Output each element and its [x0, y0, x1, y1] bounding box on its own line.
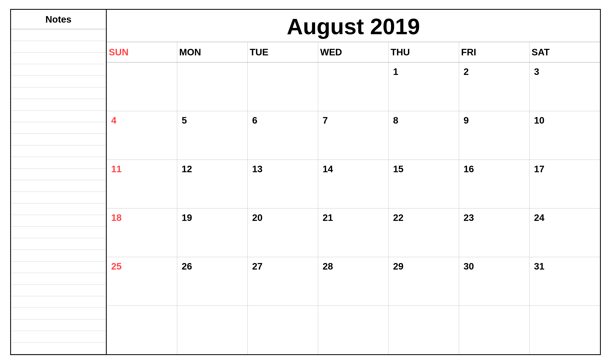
calendar-day-cell[interactable]: 10 [530, 111, 600, 160]
notes-line[interactable] [11, 238, 106, 250]
calendar-day-cell[interactable] [177, 63, 248, 111]
calendar-day-cell[interactable]: 17 [530, 160, 600, 208]
calendar-day-cell[interactable] [318, 63, 389, 111]
notes-line[interactable] [11, 296, 106, 308]
calendar-week-row: 45678910 [107, 111, 600, 160]
notes-title: Notes [45, 14, 71, 25]
notes-line[interactable] [11, 273, 106, 285]
notes-line[interactable] [11, 76, 106, 87]
notes-line[interactable] [11, 250, 106, 261]
notes-line[interactable] [11, 52, 106, 64]
calendar-day-cell[interactable]: 19 [177, 208, 248, 257]
notes-line[interactable] [11, 261, 106, 273]
calendar-day-cell[interactable]: 3 [530, 63, 600, 111]
calendar-week-row: 18192021222324 [107, 208, 600, 257]
day-of-week-header: SAT [530, 42, 600, 62]
notes-line[interactable] [11, 41, 106, 52]
notes-line[interactable] [11, 145, 106, 157]
calendar-day-cell[interactable] [248, 63, 318, 111]
notes-line[interactable] [11, 285, 106, 296]
calendar-day-cell[interactable]: 2 [459, 63, 530, 111]
calendar-day-cell[interactable]: 12 [177, 160, 248, 208]
notes-lines[interactable] [11, 29, 106, 354]
calendar-section: August 2019 SUNMONTUEWEDTHUFRISAT 123456… [107, 10, 600, 354]
notes-line[interactable] [11, 169, 106, 180]
calendar-day-cell[interactable]: 20 [248, 208, 318, 257]
notes-line[interactable] [11, 111, 106, 122]
calendar-grid: 1234567891011121314151617181920212223242… [107, 63, 600, 354]
calendar-day-cell[interactable] [459, 306, 530, 354]
day-of-week-header: TUE [248, 42, 318, 62]
calendar-day-cell[interactable]: 28 [318, 257, 389, 306]
notes-line[interactable] [11, 99, 106, 111]
notes-line[interactable] [11, 29, 106, 41]
calendar-day-cell[interactable] [107, 63, 177, 111]
calendar-day-cell[interactable]: 4 [107, 111, 177, 160]
notes-line[interactable] [11, 215, 106, 227]
day-of-week-header: SUN [107, 42, 177, 62]
calendar-day-cell[interactable]: 23 [459, 208, 530, 257]
calendar-day-cell[interactable]: 7 [318, 111, 389, 160]
calendar-month-year: August 2019 [287, 14, 420, 39]
calendar-day-cell[interactable]: 24 [530, 208, 600, 257]
calendar-week-row: 11121314151617 [107, 160, 600, 208]
calendar-day-cell[interactable] [530, 306, 600, 354]
day-of-week-header: THU [389, 42, 459, 62]
notes-header: Notes [11, 10, 106, 29]
notes-line[interactable] [11, 192, 106, 203]
calendar-week-row: 25262728293031 [107, 257, 600, 306]
calendar-day-cell[interactable]: 21 [318, 208, 389, 257]
calendar-day-cell[interactable]: 31 [530, 257, 600, 306]
calendar-container: Notes August 2019 SUNMONTUEWEDTHUFRISAT … [10, 9, 601, 355]
calendar-day-cell[interactable]: 22 [389, 208, 459, 257]
calendar-day-cell[interactable]: 5 [177, 111, 248, 160]
calendar-day-cell[interactable]: 1 [389, 63, 459, 111]
notes-line[interactable] [11, 227, 106, 238]
calendar-day-cell[interactable]: 6 [248, 111, 318, 160]
calendar-day-cell[interactable]: 9 [459, 111, 530, 160]
calendar-day-cell[interactable]: 11 [107, 160, 177, 208]
calendar-day-cell[interactable] [177, 306, 248, 354]
calendar-day-cell[interactable]: 15 [389, 160, 459, 208]
notes-section: Notes [11, 10, 107, 354]
day-of-week-header: WED [318, 42, 389, 62]
notes-line[interactable] [11, 180, 106, 192]
calendar-day-cell[interactable]: 14 [318, 160, 389, 208]
calendar-day-cell[interactable]: 25 [107, 257, 177, 306]
calendar-day-cell[interactable]: 26 [177, 257, 248, 306]
notes-line[interactable] [11, 122, 106, 134]
notes-line[interactable] [11, 308, 106, 319]
calendar-title-area: August 2019 [107, 10, 600, 42]
calendar-day-cell[interactable] [107, 306, 177, 354]
notes-line[interactable] [11, 319, 106, 331]
calendar-day-cell[interactable]: 8 [389, 111, 459, 160]
days-of-week-header: SUNMONTUEWEDTHUFRISAT [107, 42, 600, 63]
calendar-day-cell[interactable] [318, 306, 389, 354]
calendar-day-cell[interactable]: 29 [389, 257, 459, 306]
calendar-day-cell[interactable] [389, 306, 459, 354]
day-of-week-header: MON [177, 42, 248, 62]
calendar-day-cell[interactable] [248, 306, 318, 354]
calendar-day-cell[interactable]: 16 [459, 160, 530, 208]
calendar-day-cell[interactable]: 18 [107, 208, 177, 257]
calendar-day-cell[interactable]: 27 [248, 257, 318, 306]
notes-line[interactable] [11, 64, 106, 76]
notes-line[interactable] [11, 343, 106, 354]
notes-line[interactable] [11, 134, 106, 145]
notes-line[interactable] [11, 331, 106, 343]
notes-line[interactable] [11, 157, 106, 169]
calendar-day-cell[interactable]: 13 [248, 160, 318, 208]
calendar-week-row: 123 [107, 63, 600, 111]
calendar-day-cell[interactable]: 30 [459, 257, 530, 306]
notes-line[interactable] [11, 87, 106, 99]
day-of-week-header: FRI [459, 42, 530, 62]
calendar-week-row [107, 306, 600, 354]
notes-line[interactable] [11, 203, 106, 215]
